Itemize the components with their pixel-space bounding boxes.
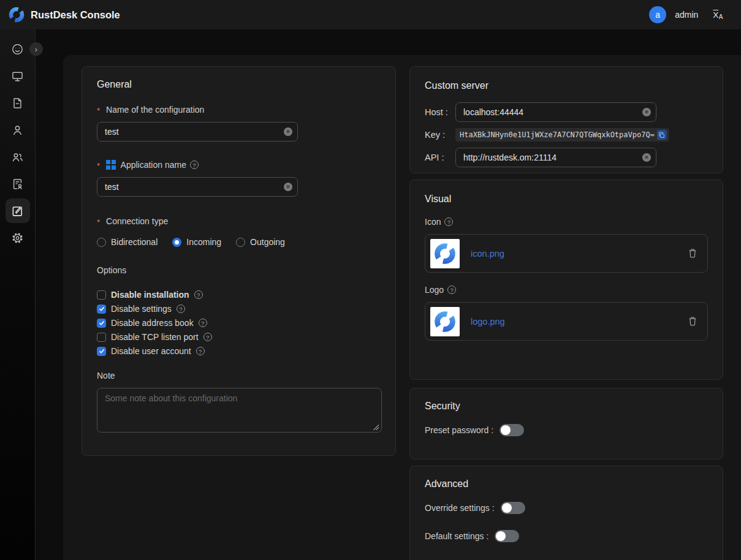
groups-icon	[11, 151, 24, 164]
clear-icon[interactable]: ✕	[642, 108, 651, 116]
logo-file-link[interactable]: logo.png	[471, 317, 505, 327]
config-name-field: ✕	[97, 122, 298, 142]
checkbox	[97, 290, 106, 300]
app-title: RustDesk Console	[31, 9, 120, 21]
sidebar-item-users[interactable]	[6, 118, 30, 142]
clear-icon[interactable]: ✕	[284, 127, 292, 136]
radio-bidirectional[interactable]: Bidirectional	[97, 237, 158, 247]
radio-incoming[interactable]: Incoming	[172, 237, 221, 247]
option-disable-address-book[interactable]: Disable address book ?	[97, 318, 381, 328]
preset-password-toggle[interactable]	[500, 424, 524, 436]
sidebar-item-audit[interactable]	[6, 91, 30, 115]
clear-icon[interactable]: ✕	[284, 183, 292, 191]
default-settings-label: Default settings :	[425, 531, 488, 541]
toggle-knob	[501, 425, 511, 435]
preset-password-label: Preset password :	[425, 425, 493, 435]
security-card: Security Preset password :	[409, 388, 723, 460]
dashboard-smiley-icon	[11, 43, 24, 56]
option-disable-settings[interactable]: Disable settings ?	[97, 304, 381, 314]
note-label: Note	[97, 371, 381, 380]
icon-file-row: icon.png	[425, 234, 708, 273]
radio-outgoing[interactable]: Outgoing	[236, 237, 285, 247]
option-disable-user-account[interactable]: Disable user account ?	[97, 346, 381, 356]
checkbox	[97, 347, 106, 356]
sidebar-item-devices[interactable]	[6, 64, 30, 88]
default-settings-row: Default settings :	[425, 530, 708, 542]
clear-icon[interactable]: ✕	[642, 153, 651, 162]
windows-logo-icon	[106, 160, 116, 170]
sidebar-expand-button[interactable]: ›	[29, 42, 43, 56]
translate-language-icon[interactable]: XA	[713, 10, 723, 20]
radio-dot	[97, 238, 106, 247]
visual-card: Visual Icon ? icon.png Logo ?	[409, 180, 723, 380]
options-label: Options	[97, 265, 381, 275]
user-name[interactable]: admin	[675, 10, 698, 20]
icon-thumbnail	[430, 239, 460, 268]
api-label: API :	[425, 153, 455, 162]
connection-type-group: Bidirectional Incoming Outgoing	[97, 237, 381, 247]
host-row: Host : ✕	[425, 102, 708, 122]
help-icon[interactable]: ?	[203, 333, 212, 341]
host-input[interactable]	[455, 102, 656, 122]
settings-gear-icon	[11, 232, 24, 244]
visual-title: Visual	[425, 194, 708, 205]
logo-label: Logo ?	[425, 285, 708, 295]
override-settings-label: Override settings :	[425, 503, 495, 513]
note-textarea[interactable]	[97, 388, 382, 433]
general-card-title: General	[97, 79, 381, 90]
sidebar-nav	[0, 29, 36, 560]
host-label: Host :	[425, 107, 455, 117]
help-icon[interactable]: ?	[177, 305, 185, 313]
devices-monitor-icon	[11, 70, 24, 83]
logo-thumbnail	[430, 307, 460, 336]
main-content-panel: General Name of the configuration ✕ Appl…	[63, 55, 741, 560]
key-label: Key :	[425, 130, 455, 140]
icon-label: Icon ?	[425, 217, 708, 227]
rustdesk-logo-icon	[9, 7, 25, 23]
override-settings-row: Override settings :	[425, 502, 708, 514]
icon-file-link[interactable]: icon.png	[471, 249, 504, 259]
user-icon	[11, 124, 24, 137]
help-icon[interactable]: ?	[444, 218, 453, 226]
option-disable-tcp-listen-port[interactable]: Disable TCP listen port ?	[97, 332, 381, 342]
application-name-field: ✕	[97, 177, 298, 197]
sidebar-item-settings[interactable]	[6, 225, 30, 250]
user-avatar[interactable]: a	[649, 6, 666, 23]
help-icon[interactable]: ?	[190, 161, 199, 169]
sidebar-item-custom-client[interactable]	[6, 199, 30, 223]
security-title: Security	[425, 401, 708, 412]
custom-client-edit-icon	[11, 205, 24, 218]
help-icon[interactable]: ?	[199, 319, 207, 327]
help-icon[interactable]: ?	[194, 290, 203, 299]
api-input[interactable]	[455, 148, 656, 167]
checkbox	[97, 319, 106, 328]
resize-handle-icon[interactable]	[373, 425, 379, 430]
note-field	[97, 388, 381, 435]
host-field: ✕	[455, 102, 656, 122]
config-name-label: Name of the configuration	[97, 105, 381, 115]
help-icon[interactable]: ?	[447, 286, 456, 294]
copy-icon[interactable]	[657, 130, 667, 140]
sidebar-item-dashboard[interactable]	[6, 37, 30, 61]
sidebar-item-license[interactable]	[6, 172, 30, 196]
key-value: HtaXBkJNHyn0e1U1jWXze7A7CN7QTGWqxkOtpaVp…	[460, 131, 655, 139]
radio-dot	[236, 238, 245, 247]
top-navbar: RustDesk Console a admin XA	[0, 0, 741, 29]
help-icon[interactable]: ?	[196, 347, 205, 355]
application-name-label: Application name ?	[97, 160, 381, 170]
application-name-input[interactable]	[97, 177, 298, 197]
option-disable-installation[interactable]: Disable installation ?	[97, 290, 381, 300]
options-group: Disable installation ? Disable settings …	[97, 290, 381, 356]
delete-trash-icon[interactable]	[688, 248, 697, 259]
toggle-knob	[502, 503, 512, 513]
advanced-title: Advanced	[425, 479, 708, 490]
default-settings-toggle[interactable]	[495, 530, 519, 542]
config-name-input[interactable]	[97, 122, 298, 142]
sidebar-item-groups[interactable]	[6, 145, 30, 169]
logo-file-row: logo.png	[425, 302, 708, 341]
key-field: HtaXBkJNHyn0e1U1jWXze7A7CN7QTGWqxkOtpaVp…	[455, 128, 669, 142]
radio-dot	[172, 238, 181, 247]
api-field: ✕	[455, 148, 656, 167]
override-settings-toggle[interactable]	[501, 502, 525, 514]
delete-trash-icon[interactable]	[688, 316, 697, 327]
